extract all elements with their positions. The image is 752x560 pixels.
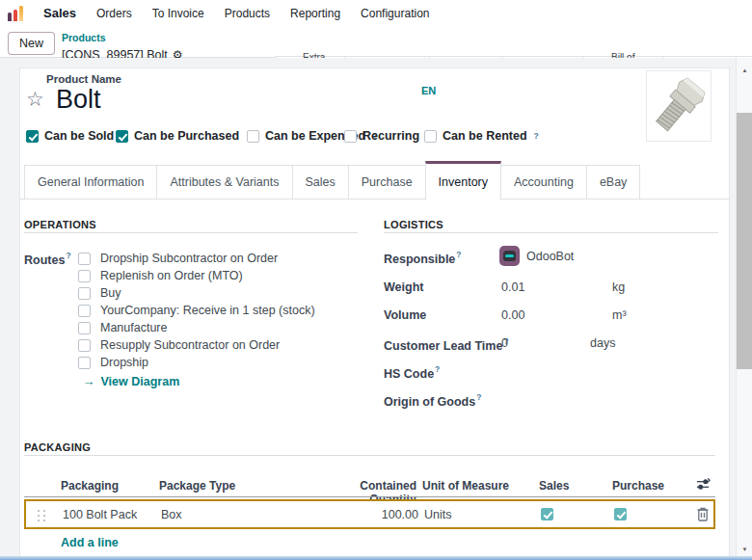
weight-unit: kg bbox=[612, 280, 625, 294]
scroll-up-icon[interactable]: ▲ bbox=[737, 67, 752, 73]
app-menu-sales[interactable]: Sales bbox=[43, 6, 76, 20]
tab-general-information[interactable]: General Information bbox=[24, 165, 157, 200]
product-name-label: Product Name bbox=[46, 73, 121, 85]
notebook-tabs: General Information Attributes & Variant… bbox=[24, 160, 640, 200]
tab-accounting[interactable]: Accounting bbox=[500, 165, 587, 200]
trash-icon[interactable] bbox=[695, 506, 711, 522]
volume-input[interactable]: 0.00 bbox=[501, 308, 524, 322]
menu-to-invoice[interactable]: To Invoice bbox=[152, 7, 204, 20]
cell-contained-quantity[interactable]: 100.00 bbox=[320, 508, 418, 521]
packaging-row[interactable]: 100 Bolt Pack Box 100.00 Units bbox=[24, 499, 715, 529]
checkbox-route-4[interactable] bbox=[78, 322, 91, 334]
route-manufacture[interactable]: Manufacture bbox=[78, 321, 167, 334]
customer-lead-time-row: Customer Lead Time? 0 days bbox=[384, 336, 509, 353]
new-button[interactable]: New bbox=[8, 32, 55, 55]
origin-of-goods-row: Origin of Goods? bbox=[384, 392, 481, 409]
flag-can-be-rented[interactable]: Can be Rented? bbox=[424, 129, 539, 143]
checkbox-recurring[interactable] bbox=[344, 130, 357, 143]
tab-purchase[interactable]: Purchase bbox=[348, 165, 426, 200]
checkbox-route-3[interactable] bbox=[78, 305, 91, 317]
tab-sales[interactable]: Sales bbox=[292, 165, 349, 200]
menu-orders[interactable]: Orders bbox=[96, 7, 132, 20]
scroll-down-icon[interactable]: ▼ bbox=[737, 547, 752, 552]
checkbox-route-1[interactable] bbox=[78, 270, 91, 282]
hs-code-row: HS Code? bbox=[384, 364, 440, 381]
menu-products[interactable]: Products bbox=[225, 7, 270, 20]
window-bottom-edge bbox=[0, 556, 752, 560]
odoobot-avatar[interactable] bbox=[499, 246, 520, 266]
flag-can-be-purchased[interactable]: Can be Purchased bbox=[116, 129, 239, 143]
volume-unit: m³ bbox=[612, 308, 627, 322]
col-purchase[interactable]: Purchase bbox=[612, 479, 664, 493]
weight-row: Weight 0.01 kg bbox=[384, 280, 423, 294]
col-packaging[interactable]: Packaging bbox=[61, 479, 119, 493]
menu-configuration[interactable]: Configuration bbox=[361, 7, 429, 20]
packaging-rule bbox=[24, 455, 715, 456]
weight-input[interactable]: 0.01 bbox=[501, 280, 524, 294]
logistics-heading: LOGISTICS bbox=[384, 219, 443, 230]
checkbox-route-6[interactable] bbox=[78, 357, 91, 369]
cell-unit-of-measure[interactable]: Units bbox=[424, 508, 451, 521]
odoo-sales-logo-icon bbox=[8, 6, 23, 21]
control-panel: New Products [CONS_89957] Bolt⚙ Extra Pr… bbox=[0, 26, 752, 58]
favorite-star-icon[interactable]: ☆ bbox=[26, 89, 44, 109]
checkbox-purchase[interactable] bbox=[614, 508, 627, 520]
scrollbar-thumb[interactable] bbox=[737, 113, 752, 369]
checkbox-can-be-expensed[interactable] bbox=[247, 130, 259, 143]
tab-attributes-variants[interactable]: Attributes & Variants bbox=[156, 165, 292, 200]
product-image[interactable] bbox=[646, 70, 712, 142]
breadcrumb-products[interactable]: Products bbox=[62, 32, 106, 43]
checkbox-can-be-purchased[interactable] bbox=[116, 130, 128, 143]
operations-rule bbox=[24, 232, 358, 233]
col-sales[interactable]: Sales bbox=[539, 479, 569, 493]
routes-label: Routes? bbox=[24, 251, 71, 267]
cell-packaging[interactable]: 100 Bolt Pack bbox=[63, 508, 137, 521]
cell-package-type[interactable]: Box bbox=[161, 508, 182, 521]
flag-recurring[interactable]: Recurring? bbox=[344, 129, 431, 143]
route-dropship[interactable]: Dropship bbox=[78, 356, 148, 369]
col-package-type[interactable]: Package Type bbox=[159, 479, 235, 493]
arrow-right-icon: → bbox=[83, 375, 95, 388]
responsible-value[interactable]: OdooBot bbox=[526, 250, 574, 263]
view-diagram-link[interactable]: → View Diagram bbox=[83, 375, 179, 388]
tab-inventory[interactable]: Inventory bbox=[425, 161, 501, 200]
drag-handle-icon[interactable] bbox=[38, 510, 45, 521]
checkbox-route-5[interactable] bbox=[78, 339, 91, 352]
lead-time-input[interactable]: 0 bbox=[501, 336, 508, 350]
col-unit-of-measure[interactable]: Unit of Measure bbox=[422, 479, 509, 493]
route-resupply-subcontractor[interactable]: Resupply Subcontractor on Order bbox=[78, 338, 280, 352]
tab-ebay[interactable]: eBay bbox=[586, 165, 641, 200]
optional-columns-icon[interactable] bbox=[696, 477, 711, 492]
language-badge[interactable]: EN bbox=[421, 85, 436, 96]
logistics-rule bbox=[384, 232, 718, 233]
menu-reporting[interactable]: Reporting bbox=[290, 7, 340, 20]
route-receive-1-step[interactable]: YourCompany: Receive in 1 step (stock) bbox=[78, 304, 315, 317]
route-dropship-subcontractor[interactable]: Dropship Subcontractor on Order bbox=[78, 252, 278, 265]
vertical-scrollbar[interactable]: ▲ ▼ bbox=[736, 58, 752, 560]
flag-can-be-sold[interactable]: Can be Sold bbox=[26, 129, 114, 143]
packaging-heading: PACKAGING bbox=[24, 441, 91, 453]
route-replenish-mto[interactable]: Replenish on Order (MTO) bbox=[78, 269, 243, 282]
table-header-rule bbox=[24, 496, 715, 497]
volume-row: Volume 0.00 m³ bbox=[384, 308, 426, 322]
add-a-line-link[interactable]: Add a line bbox=[61, 536, 119, 549]
lead-time-unit: days bbox=[590, 336, 615, 350]
checkbox-route-2[interactable] bbox=[78, 287, 91, 300]
checkbox-sales[interactable] bbox=[541, 508, 553, 520]
responsible-row: Responsible? OdooBot bbox=[384, 250, 462, 266]
checkbox-route-0[interactable] bbox=[78, 253, 91, 265]
bolt-image bbox=[651, 75, 707, 137]
product-name[interactable]: Bolt bbox=[56, 85, 101, 115]
checkbox-can-be-sold[interactable] bbox=[26, 130, 39, 143]
checkbox-can-be-rented[interactable] bbox=[424, 130, 437, 143]
route-buy[interactable]: Buy bbox=[78, 286, 121, 300]
operations-heading: OPERATIONS bbox=[24, 219, 96, 230]
top-navbar: Sales Orders To Invoice Products Reporti… bbox=[0, 0, 752, 26]
